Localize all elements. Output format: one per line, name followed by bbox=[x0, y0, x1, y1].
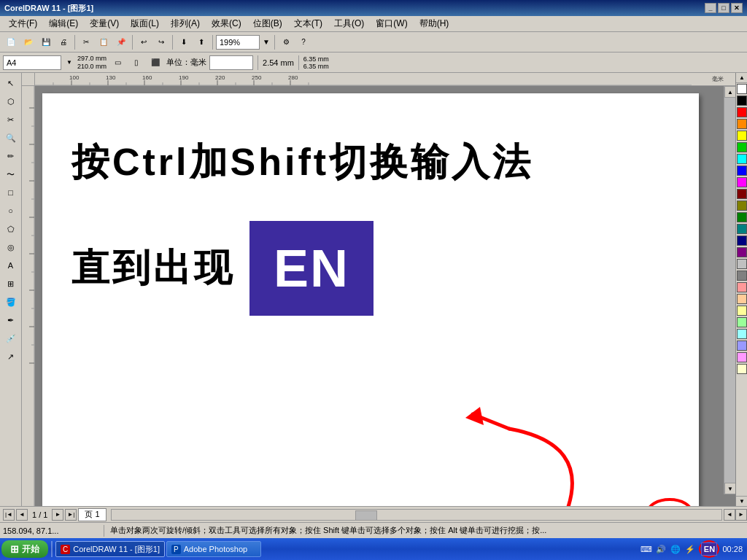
scroll-up-button[interactable]: ▲ bbox=[724, 86, 735, 98]
instruction-text-1: 按Ctrl加Shift切换输入法 bbox=[71, 137, 533, 188]
color-magenta[interactable] bbox=[737, 177, 747, 187]
cut-button[interactable]: ✂ bbox=[78, 34, 94, 50]
options-btn[interactable]: ⚙ bbox=[278, 34, 294, 50]
page-tab[interactable]: 页 1 bbox=[78, 508, 106, 521]
scroll-down-button[interactable]: ▼ bbox=[724, 483, 735, 494]
portrait-btn[interactable]: ▭ bbox=[109, 55, 125, 71]
text-tool[interactable]: A bbox=[2, 257, 20, 274]
vertical-scrollbar[interactable]: ▲ ▼ bbox=[724, 86, 735, 494]
crop-tool[interactable]: ✂ bbox=[2, 111, 20, 128]
color-navy[interactable] bbox=[737, 236, 747, 246]
color-lightpink[interactable] bbox=[737, 282, 747, 292]
h-scroll-left[interactable]: ◄ bbox=[724, 509, 735, 521]
menu-effects[interactable]: 效果(C) bbox=[206, 16, 247, 31]
rect-tool[interactable]: □ bbox=[2, 184, 20, 201]
select-tool[interactable]: ↖ bbox=[2, 74, 20, 92]
eyedropper-tool[interactable]: 💉 bbox=[2, 330, 20, 347]
zoom-tool[interactable]: 🔍 bbox=[2, 129, 20, 147]
color-teal[interactable] bbox=[737, 224, 747, 234]
outline-tool[interactable]: ✒ bbox=[2, 311, 20, 329]
shape-tool[interactable]: ⬡ bbox=[2, 93, 20, 110]
color-scroll-up[interactable]: ▲ bbox=[736, 73, 747, 83]
menu-tools[interactable]: 工具(O) bbox=[328, 16, 370, 31]
open-button[interactable]: 📂 bbox=[20, 34, 36, 50]
en-tray-indicator[interactable]: EN bbox=[699, 540, 719, 558]
menu-help[interactable]: 帮助(H) bbox=[414, 16, 455, 31]
color-peach[interactable] bbox=[737, 294, 747, 304]
paste-button[interactable]: 📌 bbox=[113, 34, 129, 50]
restore-button[interactable]: □ bbox=[718, 3, 729, 13]
last-page-button[interactable]: ►| bbox=[65, 509, 77, 521]
color-darkred[interactable] bbox=[737, 189, 747, 199]
color-black[interactable] bbox=[737, 96, 747, 106]
table-tool[interactable]: ⊞ bbox=[2, 275, 20, 292]
import-button[interactable]: ⬇ bbox=[176, 34, 192, 50]
interactive-tool[interactable]: ↗ bbox=[2, 348, 20, 365]
menu-window[interactable]: 窗口(W) bbox=[370, 16, 413, 31]
color-lightgreen[interactable] bbox=[737, 317, 747, 327]
sep1 bbox=[74, 35, 75, 50]
color-gray[interactable] bbox=[737, 271, 747, 281]
color-yellow[interactable] bbox=[737, 131, 747, 141]
en-tray[interactable]: EN bbox=[701, 542, 717, 556]
color-olive[interactable] bbox=[737, 201, 747, 211]
color-white[interactable] bbox=[737, 84, 747, 94]
color-scroll-down[interactable]: ▼ bbox=[736, 496, 747, 506]
save-button[interactable]: 💾 bbox=[38, 34, 54, 50]
page-size-dropdown[interactable]: A4 bbox=[3, 55, 61, 70]
unit-dropdown[interactable] bbox=[209, 55, 253, 70]
undo-button[interactable]: ↩ bbox=[136, 34, 152, 50]
color-lightmagenta[interactable] bbox=[737, 352, 747, 362]
menu-bitmap[interactable]: 位图(B) bbox=[247, 16, 288, 31]
zoom-dropdown-arrow[interactable]: ▼ bbox=[261, 34, 271, 50]
fill-tool[interactable]: 🪣 bbox=[2, 293, 20, 311]
scroll-track[interactable] bbox=[724, 98, 735, 483]
color-darkgreen[interactable] bbox=[737, 212, 747, 222]
page-size-arrow[interactable]: ▼ bbox=[64, 55, 74, 71]
color-rest bbox=[736, 375, 747, 496]
first-page-button[interactable]: |◄ bbox=[3, 509, 15, 521]
color-red[interactable] bbox=[737, 107, 747, 117]
color-purple[interactable] bbox=[737, 247, 747, 257]
minimize-button[interactable]: _ bbox=[705, 3, 716, 13]
ruler-left: 160 bbox=[22, 86, 35, 506]
zoom-dropdown[interactable]: 199% bbox=[216, 35, 260, 50]
color-lightblue[interactable] bbox=[737, 341, 747, 351]
page-settings-btn[interactable]: ⬛ bbox=[147, 55, 163, 71]
menu-edit[interactable]: 编辑(E) bbox=[43, 16, 84, 31]
landscape-btn[interactable]: ▯ bbox=[128, 55, 144, 71]
export-button[interactable]: ⬆ bbox=[193, 34, 209, 50]
h-scroll-right[interactable]: ► bbox=[735, 509, 747, 521]
redo-button[interactable]: ↪ bbox=[153, 34, 169, 50]
freehand-tool[interactable]: ✏ bbox=[2, 147, 20, 165]
print-button[interactable]: 🖨 bbox=[55, 34, 71, 50]
horizontal-scrollbar[interactable] bbox=[111, 509, 722, 521]
menu-layout[interactable]: 版面(L) bbox=[125, 16, 165, 31]
color-green[interactable] bbox=[737, 142, 747, 152]
h-scroll-thumb[interactable] bbox=[355, 510, 377, 521]
smart-draw-tool[interactable]: 〜 bbox=[2, 166, 20, 183]
next-page-button[interactable]: ► bbox=[52, 509, 63, 521]
color-cream[interactable] bbox=[737, 364, 747, 374]
menu-arrange[interactable]: 排列(A) bbox=[165, 16, 206, 31]
color-cyan[interactable] bbox=[737, 154, 747, 164]
color-blue[interactable] bbox=[737, 166, 747, 176]
help-btn[interactable]: ? bbox=[295, 34, 311, 50]
prev-page-button[interactable]: ◄ bbox=[16, 509, 28, 521]
close-button[interactable]: ✕ bbox=[731, 3, 743, 13]
taskbar-app-photoshop[interactable]: P Adobe Photoshop bbox=[166, 541, 261, 557]
start-button[interactable]: ⊞ 开始 bbox=[1, 540, 48, 558]
polygon-tool[interactable]: ⬠ bbox=[2, 220, 20, 238]
color-orange[interactable] bbox=[737, 119, 747, 129]
menu-text[interactable]: 文本(T) bbox=[288, 16, 328, 31]
color-lightyellow[interactable] bbox=[737, 306, 747, 316]
color-silver[interactable] bbox=[737, 259, 747, 269]
color-lightcyan[interactable] bbox=[737, 329, 747, 339]
menu-file[interactable]: 文件(F) bbox=[3, 16, 43, 31]
ellipse-tool[interactable]: ○ bbox=[2, 202, 20, 219]
taskbar-app-coreldraw[interactable]: C CorelDRAW 11 - [图形1] bbox=[55, 541, 165, 557]
new-button[interactable]: 📄 bbox=[3, 34, 19, 50]
menu-variable[interactable]: 变量(V) bbox=[84, 16, 125, 31]
copy-button[interactable]: 📋 bbox=[96, 34, 112, 50]
spiral-tool[interactable]: ◎ bbox=[2, 238, 20, 256]
